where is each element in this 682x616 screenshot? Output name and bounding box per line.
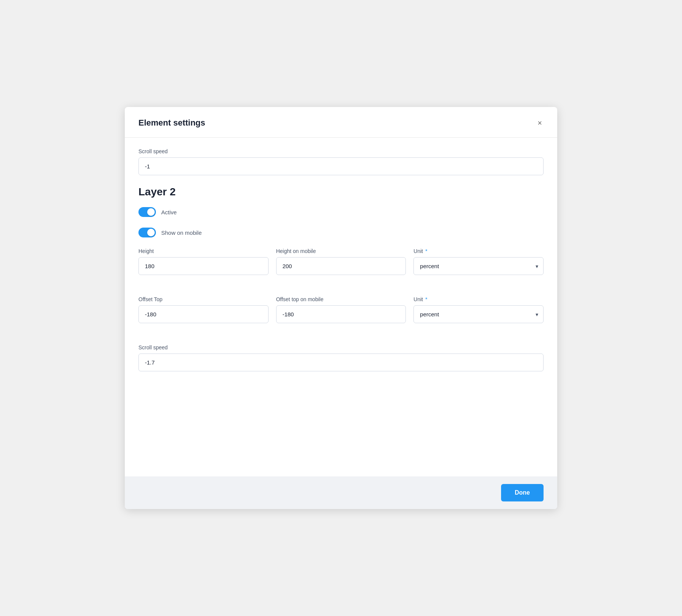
modal-body: Scroll speed Layer 2 Active Show on mobi… bbox=[125, 138, 557, 476]
modal-header: Element settings × bbox=[125, 107, 557, 138]
element-settings-modal: Element settings × Scroll speed Layer 2 … bbox=[125, 107, 557, 509]
height-group: Height bbox=[138, 248, 269, 275]
scroll-speed-label-layer2: Scroll speed bbox=[138, 344, 544, 350]
close-icon: × bbox=[537, 119, 542, 127]
unit-height-select[interactable]: percent pixels vh vw bbox=[413, 257, 544, 275]
scroll-speed-group-layer2: Scroll speed bbox=[138, 344, 544, 371]
layer2-title: Layer 2 bbox=[138, 186, 544, 198]
unit-height-required: * bbox=[425, 248, 427, 254]
height-row: Height Height on mobile Unit * percent p… bbox=[138, 248, 544, 286]
scroll-speed-input-top[interactable] bbox=[138, 157, 544, 175]
active-label: Active bbox=[161, 209, 177, 215]
height-on-mobile-label: Height on mobile bbox=[276, 248, 406, 254]
active-toggle-row: Active bbox=[138, 207, 544, 217]
scroll-speed-input-layer2[interactable] bbox=[138, 354, 544, 371]
show-on-mobile-toggle[interactable] bbox=[138, 228, 156, 237]
offset-top-input[interactable] bbox=[138, 305, 269, 323]
offset-top-mobile-label: Offset top on mobile bbox=[276, 296, 406, 302]
unit-offset-group: Unit * percent pixels vh vw ▾ bbox=[413, 296, 544, 323]
scroll-speed-label-top: Scroll speed bbox=[138, 148, 544, 154]
unit-height-group: Unit * percent pixels vh vw ▾ bbox=[413, 248, 544, 275]
modal-footer: Done bbox=[125, 476, 557, 509]
offset-top-group: Offset Top bbox=[138, 296, 269, 323]
done-button[interactable]: Done bbox=[501, 484, 544, 501]
show-on-mobile-toggle-slider bbox=[138, 228, 156, 237]
modal-title: Element settings bbox=[138, 118, 205, 128]
active-toggle[interactable] bbox=[138, 207, 156, 217]
unit-offset-label: Unit * bbox=[413, 296, 544, 302]
offset-top-mobile-group: Offset top on mobile bbox=[276, 296, 406, 323]
unit-offset-select-wrapper: percent pixels vh vw ▾ bbox=[413, 305, 544, 323]
height-on-mobile-input[interactable] bbox=[276, 257, 406, 275]
unit-height-select-wrapper: percent pixels vh vw ▾ bbox=[413, 257, 544, 275]
offset-top-mobile-input[interactable] bbox=[276, 305, 406, 323]
unit-offset-required: * bbox=[425, 296, 427, 302]
unit-height-label: Unit * bbox=[413, 248, 544, 254]
height-on-mobile-group: Height on mobile bbox=[276, 248, 406, 275]
unit-offset-select[interactable]: percent pixels vh vw bbox=[413, 305, 544, 323]
close-button[interactable]: × bbox=[536, 118, 544, 128]
offset-top-row: Offset Top Offset top on mobile Unit * p… bbox=[138, 296, 544, 334]
active-toggle-slider bbox=[138, 207, 156, 217]
offset-top-label: Offset Top bbox=[138, 296, 269, 302]
scroll-speed-group-top: Scroll speed bbox=[138, 148, 544, 175]
height-input[interactable] bbox=[138, 257, 269, 275]
show-on-mobile-toggle-row: Show on mobile bbox=[138, 228, 544, 237]
show-on-mobile-label: Show on mobile bbox=[161, 229, 202, 236]
height-label: Height bbox=[138, 248, 269, 254]
